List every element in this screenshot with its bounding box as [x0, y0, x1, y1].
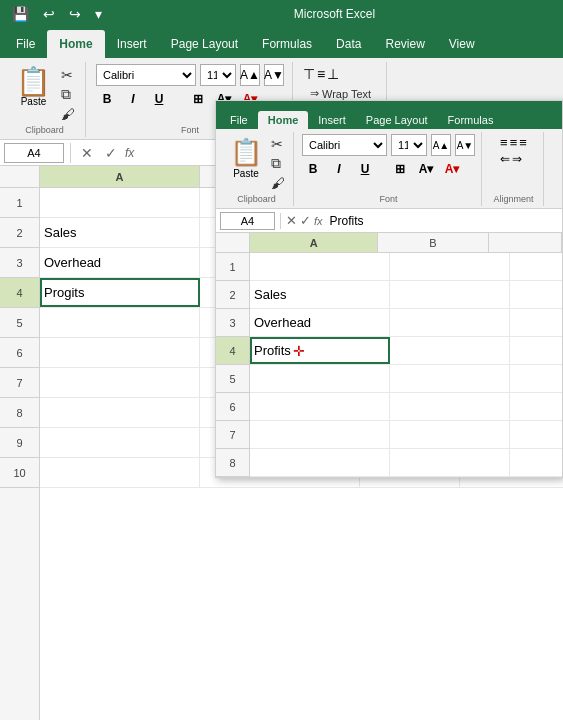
sw-col-b-header[interactable]: B	[378, 233, 488, 252]
sw-cell-a6[interactable]	[250, 393, 390, 420]
sw-cell-b8[interactable]	[390, 449, 510, 476]
sw-font-decrease-btn[interactable]: A▼	[455, 134, 475, 156]
save-icon[interactable]: 💾	[8, 4, 33, 24]
sw-border-button[interactable]: ⊞	[389, 158, 411, 180]
sw-cell-a1[interactable]	[250, 253, 390, 280]
tab-data[interactable]: Data	[324, 30, 373, 58]
sw-italic-button[interactable]: I	[328, 158, 350, 180]
align-top-icon[interactable]: ⊤	[303, 66, 315, 82]
font-name-select[interactable]: Calibri	[96, 64, 196, 86]
quick-access-customize[interactable]: ▾	[91, 4, 106, 24]
col-a-header[interactable]: A	[40, 166, 200, 187]
italic-button[interactable]: I	[122, 88, 144, 110]
sw-cell-c7[interactable]	[510, 421, 562, 448]
sw-paste-button[interactable]: 📋 Paste	[226, 135, 266, 181]
sw-tab-insert[interactable]: Insert	[308, 111, 356, 129]
row-7-num: 7	[0, 368, 39, 398]
sw-align-right-icon[interactable]: ≡	[519, 135, 527, 150]
sw-align-center-icon[interactable]: ≡	[510, 135, 518, 150]
copy-button[interactable]: ⧉	[59, 85, 77, 104]
sw-cell-b3[interactable]	[390, 309, 510, 336]
sw-cell-b7[interactable]	[390, 421, 510, 448]
format-painter-button[interactable]: 🖌	[59, 105, 77, 123]
sw-font-size-select[interactable]: 11	[391, 134, 427, 156]
cell-a4[interactable]: Progits	[40, 278, 200, 307]
sw-cell-a3[interactable]: Overhead	[250, 309, 390, 336]
sw-cell-b2[interactable]	[390, 281, 510, 308]
tab-formulas[interactable]: Formulas	[250, 30, 324, 58]
cell-a3[interactable]: Overhead	[40, 248, 200, 277]
redo-icon[interactable]: ↪	[65, 4, 85, 24]
sw-cell-a4[interactable]: Profits ✛	[250, 337, 390, 364]
sw-cell-c4[interactable]	[510, 337, 562, 364]
sw-col-a-header[interactable]: A	[250, 233, 378, 252]
sw-underline-button[interactable]: U	[354, 158, 376, 180]
sw-tab-formulas[interactable]: Formulas	[438, 111, 504, 129]
sw-bold-button[interactable]: B	[302, 158, 324, 180]
sw-tab-home[interactable]: Home	[258, 111, 309, 129]
sw-cell-c5[interactable]	[510, 365, 562, 392]
underline-button[interactable]: U	[148, 88, 170, 110]
tab-home[interactable]: Home	[47, 30, 104, 58]
cell-a5[interactable]	[40, 308, 200, 337]
cell-a8[interactable]	[40, 398, 200, 427]
sw-format-painter-button[interactable]: 🖌	[269, 174, 287, 192]
sw-tab-page-layout[interactable]: Page Layout	[356, 111, 438, 129]
align-middle-icon[interactable]: ≡	[317, 66, 325, 82]
sw-font-name-select[interactable]: Calibri	[302, 134, 387, 156]
sw-confirm-button[interactable]: ✓	[300, 213, 311, 228]
align-bottom-icon[interactable]: ⊥	[327, 66, 339, 82]
sw-cell-b1[interactable]	[390, 253, 510, 280]
tab-file[interactable]: File	[4, 30, 47, 58]
sw-font-increase-btn[interactable]: A▲	[431, 134, 451, 156]
sw-cell-ref-box[interactable]	[220, 212, 275, 230]
undo-icon[interactable]: ↩	[39, 4, 59, 24]
sw-cell-a4-value: Profits	[254, 343, 291, 358]
font-decrease-btn[interactable]: A▼	[264, 64, 284, 86]
sw-fill-button[interactable]: A▾	[415, 158, 437, 180]
border-button[interactable]: ⊞	[187, 88, 209, 110]
sw-cut-button[interactable]: ✂	[269, 135, 287, 153]
title-bar: 💾 ↩ ↪ ▾ Microsoft Excel	[0, 0, 563, 28]
sw-copy-button[interactable]: ⧉	[269, 154, 287, 173]
cell-a1[interactable]	[40, 188, 200, 217]
tab-page-layout[interactable]: Page Layout	[159, 30, 250, 58]
bold-button[interactable]: B	[96, 88, 118, 110]
cancel-formula-button[interactable]: ✕	[77, 145, 97, 161]
cell-a7[interactable]	[40, 368, 200, 397]
sw-cell-a7[interactable]	[250, 421, 390, 448]
sw-indent-more-icon[interactable]: ⇒	[512, 152, 522, 166]
sw-align-left-icon[interactable]: ≡	[500, 135, 508, 150]
cell-reference-box[interactable]	[4, 143, 64, 163]
cell-a6[interactable]	[40, 338, 200, 367]
sw-cell-c1[interactable]	[510, 253, 562, 280]
cell-a9[interactable]	[40, 428, 200, 457]
sw-cell-a2[interactable]: Sales	[250, 281, 390, 308]
sw-cancel-button[interactable]: ✕	[286, 213, 297, 228]
sw-tab-file[interactable]: File	[220, 111, 258, 129]
sw-cell-a8[interactable]	[250, 449, 390, 476]
paste-button[interactable]: 📋 Paste	[12, 66, 55, 109]
sw-cell-b4[interactable]	[390, 337, 510, 364]
sw-spreadsheet: 1 2 3 4 5 6 7 8 A B Sales	[216, 233, 562, 477]
font-size-select[interactable]: 11	[200, 64, 236, 86]
cell-a2[interactable]: Sales	[40, 218, 200, 247]
cell-a10[interactable]	[40, 458, 200, 487]
sw-cell-c3[interactable]	[510, 309, 562, 336]
sw-cell-c8[interactable]	[510, 449, 562, 476]
tab-view[interactable]: View	[437, 30, 487, 58]
cut-button[interactable]: ✂	[59, 66, 77, 84]
confirm-formula-button[interactable]: ✓	[101, 145, 121, 161]
sw-cell-c2[interactable]	[510, 281, 562, 308]
sw-cell-a5[interactable]	[250, 365, 390, 392]
tab-insert[interactable]: Insert	[105, 30, 159, 58]
sw-col-c-header	[489, 233, 562, 252]
sw-font-color-button[interactable]: A▾	[441, 158, 463, 180]
tab-review[interactable]: Review	[373, 30, 436, 58]
sw-indent-less-icon[interactable]: ⇐	[500, 152, 510, 166]
sw-cell-b5[interactable]	[390, 365, 510, 392]
font-increase-btn[interactable]: A▲	[240, 64, 260, 86]
sw-cell-c6[interactable]	[510, 393, 562, 420]
paste-icon: 📋	[16, 68, 51, 96]
sw-cell-b6[interactable]	[390, 393, 510, 420]
